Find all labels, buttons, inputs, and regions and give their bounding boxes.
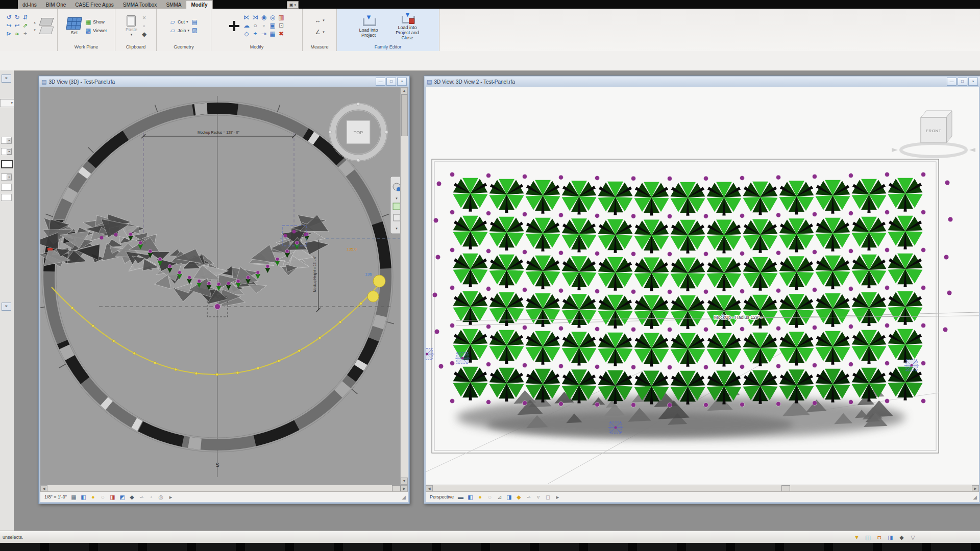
load-into-project-button[interactable]: ▼ Load into Project (352, 14, 385, 38)
shadows-icon[interactable]: ◌ (100, 493, 106, 500)
split-icon[interactable]: ▥ (277, 14, 286, 22)
mirror-draw-icon[interactable]: ◎ (268, 14, 277, 22)
close-icon[interactable]: × (2, 303, 11, 311)
minimize-button[interactable]: — (947, 78, 957, 86)
close-button[interactable]: × (397, 78, 407, 86)
join-geometry-button[interactable]: ▱ Join ▾ (169, 27, 189, 34)
cut-geometry-button[interactable]: ▱ Cut ▾ (169, 18, 189, 26)
crop-view-icon[interactable]: ◩ (119, 493, 126, 500)
solid-box-icon[interactable] (39, 18, 54, 26)
cope-icon[interactable]: ▤ (191, 18, 198, 26)
more-tools-icon[interactable]: ▸ (167, 493, 174, 500)
unpin-icon[interactable]: + (251, 30, 260, 38)
perspective-label[interactable]: Perspective (428, 494, 456, 500)
resize-grip-icon[interactable]: ◢ (402, 494, 406, 500)
curve-arrow-icon[interactable]: ↪ (5, 22, 13, 30)
rendering-icon[interactable]: ◨ (109, 493, 116, 500)
scroll-down-icon[interactable]: ▼ (401, 478, 408, 485)
window-titlebar[interactable]: ▤ 3D View {3D} - Test-Panel.rfa —□× (39, 77, 409, 87)
temporary-hide-icon[interactable]: ∽ (138, 493, 145, 500)
resize-grip-icon[interactable]: ◢ (973, 494, 977, 500)
editable-only-icon[interactable]: ◫ (865, 534, 871, 541)
reference-plane-symbol[interactable] (455, 353, 470, 364)
selection-filter-icon[interactable]: ▽ (910, 534, 916, 541)
parameter-field-focused[interactable] (1, 160, 13, 168)
filter-funnel-icon[interactable]: ▼ (853, 534, 860, 541)
ribbon-display-toggle[interactable]: ▣ ▾ (287, 1, 299, 9)
cut-icon[interactable]: × (141, 14, 148, 21)
show-crop-icon[interactable]: ◆ (129, 493, 135, 500)
rotate-icon[interactable]: ○ (251, 22, 260, 30)
load-into-project-and-close-button[interactable]: ▼ Load into Project and Close (391, 12, 424, 40)
match-type-icon[interactable]: ◆ (141, 31, 148, 38)
void-box-icon[interactable] (39, 27, 54, 34)
show-workplane-button[interactable]: ▦ Show (85, 18, 107, 26)
visual-style-icon[interactable]: ◧ (80, 493, 87, 500)
mirror-pick-icon[interactable]: ◉ (260, 14, 268, 22)
measure-button[interactable]: ↔ ▾ (314, 16, 325, 24)
pick-icon[interactable]: ⊳ (5, 30, 13, 38)
spinner-down-icon[interactable]: ▾ (32, 27, 38, 34)
shadows-icon[interactable]: ◌ (486, 493, 493, 500)
lock-view-icon[interactable]: ◆ (516, 493, 522, 500)
trim-icon[interactable]: ▣ (268, 22, 277, 30)
parameter-field[interactable]: = (1, 148, 12, 155)
group-icon[interactable]: ▦ (268, 30, 277, 38)
parameter-field[interactable] (1, 194, 12, 201)
restore-button[interactable]: □ (386, 78, 396, 86)
window-titlebar[interactable]: ▤ 3D View: 3D View 2 - Test-Panel.rfa —□… (425, 77, 980, 87)
crop-view-icon[interactable]: ◨ (506, 493, 512, 500)
views-icon[interactable]: ▬ (457, 493, 464, 500)
spline-icon[interactable]: ⇗ (21, 22, 30, 30)
top-view-canvas[interactable]: Mockup Radius = 129' - 0"Mockup Height =… (40, 87, 401, 484)
move-to-icon[interactable]: ⇥ (260, 30, 268, 38)
sun-path-icon[interactable]: ● (477, 493, 483, 500)
parameter-field[interactable] (1, 184, 12, 191)
unlocked-icon[interactable]: ◻ (545, 493, 551, 500)
reference-plane-symbol[interactable] (904, 360, 919, 371)
scroll-up-icon[interactable]: ▲ (401, 87, 408, 94)
align-icon[interactable]: ⋉ (242, 14, 251, 22)
vertical-scrollbar[interactable]: ▲ ▼ (400, 87, 408, 485)
temporary-hide-icon[interactable]: ∽ (525, 493, 532, 500)
redo-icon[interactable]: ↻ (13, 14, 21, 22)
paste-button[interactable]: Paste ▾ (124, 15, 139, 37)
undo-icon[interactable]: ↺ (5, 14, 13, 22)
reference-plane-symbol[interactable] (608, 422, 623, 433)
reveal-hidden-icon[interactable]: ▿ (535, 493, 542, 500)
plus-icon[interactable]: + (21, 30, 30, 38)
close-icon[interactable]: × (2, 74, 11, 83)
ribbon-tab-bim-one[interactable]: BIM One (41, 0, 70, 9)
angle-measure-button[interactable]: ∠ ▾ (314, 28, 325, 36)
pin-icon[interactable]: ◇ (242, 30, 251, 38)
copy-icon[interactable]: ▫ (141, 22, 148, 30)
view-scale-button[interactable]: 1/8" = 1'-0" (42, 494, 69, 500)
parameter-field[interactable]: = (1, 137, 12, 144)
extend-icon[interactable]: ⊡ (277, 22, 286, 30)
navigation-bar[interactable]: ▾▾ (390, 177, 401, 234)
restore-button[interactable]: □ (958, 78, 967, 86)
active-workset-icon[interactable]: ◘ (876, 534, 883, 541)
demolish-icon[interactable]: ▨ (191, 27, 198, 34)
minimize-button[interactable]: — (376, 78, 385, 86)
swap-icon[interactable]: ⇵ (21, 14, 30, 22)
curve-arrow-back-icon[interactable]: ↩ (13, 22, 21, 30)
delete-icon[interactable]: ✖ (277, 30, 286, 38)
wave-icon[interactable]: ≈ (13, 30, 21, 38)
horizontal-scrollbar[interactable]: ◀ ▶ (426, 485, 979, 492)
move-tool-icon[interactable] (228, 20, 240, 32)
ribbon-tab-dd-ins[interactable]: dd-Ins (18, 0, 41, 9)
detail-level-icon[interactable]: ▦ (70, 493, 77, 500)
sketchy-lines-icon[interactable]: ⊿ (496, 493, 503, 500)
offset-icon[interactable]: ⋊ (251, 14, 260, 22)
ribbon-tab-modify[interactable]: Modify (186, 0, 212, 9)
select-toggle-icon[interactable]: ◆ (898, 534, 905, 541)
front-view-canvas[interactable]: MockUp - Radius 129' -FRONT (426, 87, 979, 484)
design-option-icon[interactable]: ◨ (887, 534, 894, 541)
more-tools-icon[interactable]: ▸ (554, 493, 561, 500)
spinner-up-icon[interactable]: ▴ (32, 19, 38, 26)
close-button[interactable]: × (968, 78, 978, 86)
scale-icon[interactable]: ▫ (260, 22, 268, 30)
sun-path-icon[interactable]: ● (90, 493, 96, 500)
worksharing-display-icon[interactable]: ◎ (158, 493, 164, 500)
